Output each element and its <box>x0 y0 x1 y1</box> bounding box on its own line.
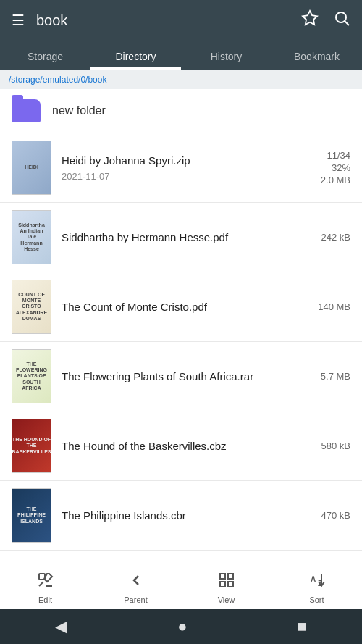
svg-rect-7 <box>220 582 225 587</box>
file-item-monte[interactable]: COUNT OF MONTE CRISTO ALEXANDRE DUMASThe… <box>0 272 362 342</box>
file-info-flowering: The Flowering Plants of South Africa.rar <box>62 369 321 384</box>
file-size-philippine: 470 kB <box>321 510 350 521</box>
file-thumb-flowering: THE FLOWERING PLANTS OF SOUTH AFRICA <box>12 349 51 403</box>
bookmark-star-icon[interactable] <box>301 9 319 31</box>
file-name-siddhartha: Siddhartha by Hermann Hesse.pdf <box>62 230 321 245</box>
file-name-monte: The Count of Monte Cristo.pdf <box>62 300 318 314</box>
file-size-siddhartha: 242 kB <box>321 232 350 243</box>
file-progress-heidi: 11/34 <box>327 150 350 161</box>
file-thumb-text-siddhartha: Siddhartha An Indian Tale Hermann Hesse <box>12 220 51 255</box>
tab-storage[interactable]: Storage <box>0 41 90 70</box>
file-thumb-monte: COUNT OF MONTE CRISTO ALEXANDRE DUMAS <box>12 280 51 334</box>
tab-history[interactable]: History <box>181 41 272 70</box>
file-name-flowering: The Flowering Plants of South Africa.rar <box>62 369 321 384</box>
folder-icon <box>12 99 41 122</box>
search-icon[interactable] <box>333 9 350 31</box>
app-title: book <box>36 12 301 29</box>
file-meta-monte: 140 MB <box>318 301 350 312</box>
file-item-siddhartha[interactable]: Siddhartha An Indian Tale Hermann HesseS… <box>0 203 362 272</box>
file-thumb-philippine: THE PHILIPPINE ISLANDS <box>12 488 51 543</box>
navbar: ◀ ● ■ <box>0 609 362 644</box>
file-percent-heidi: 32% <box>332 162 350 173</box>
file-thumb-hound: THE HOUND OF THE BASKERVILLES <box>12 419 51 473</box>
svg-point-1 <box>336 12 346 22</box>
file-info-siddhartha: Siddhartha by Hermann Hesse.pdf <box>62 230 321 245</box>
sort-label: Sort <box>309 595 324 604</box>
file-name-philippine: The Philippine Islands.cbr <box>62 509 321 523</box>
edit-label: Edit <box>38 595 52 604</box>
file-item-heidi[interactable]: HEIDIHeidi by Johanna Spyri.zip2021-11-0… <box>0 133 362 203</box>
sort-icon: A Z <box>308 572 326 593</box>
edit-icon <box>37 572 54 593</box>
parent-icon <box>127 572 145 593</box>
file-meta-heidi: 11/3432%2.0 MB <box>321 150 350 185</box>
new-folder-label: new folder <box>52 104 106 117</box>
file-meta-philippine: 470 kB <box>321 510 350 521</box>
file-item-flowering[interactable]: THE FLOWERING PLANTS OF SOUTH AFRICAThe … <box>0 342 362 411</box>
file-size-heidi: 2.0 MB <box>321 175 350 185</box>
file-info-hound: The Hound of the Baskervilles.cbz <box>62 439 321 453</box>
recents-nav-button[interactable]: ■ <box>298 617 307 636</box>
file-info-heidi: Heidi by Johanna Spyri.zip2021-11-07 <box>62 154 321 182</box>
view-icon <box>218 572 235 593</box>
svg-rect-6 <box>228 582 233 587</box>
new-folder-row[interactable]: new folder <box>0 89 362 133</box>
file-thumb-text-heidi: HEIDI <box>22 162 41 172</box>
file-info-monte: The Count of Monte Cristo.pdf <box>62 300 318 314</box>
svg-marker-0 <box>303 11 317 25</box>
file-size-monte: 140 MB <box>318 301 350 312</box>
file-info-philippine: The Philippine Islands.cbr <box>62 509 321 523</box>
parent-label: Parent <box>124 595 147 604</box>
svg-line-2 <box>345 22 350 26</box>
file-date-heidi: 2021-11-07 <box>62 171 321 182</box>
svg-text:A: A <box>311 575 316 583</box>
file-name-heidi: Heidi by Johanna Spyri.zip <box>62 154 321 168</box>
file-thumb-heidi: HEIDI <box>12 141 51 195</box>
bottombar: Edit Parent View A Z <box>0 566 362 609</box>
menu-icon[interactable]: ☰ <box>12 13 25 28</box>
breadcrumb[interactable]: /storage/emulated/0/book <box>0 70 362 89</box>
file-meta-flowering: 5.7 MB <box>321 371 350 382</box>
file-thumb-siddhartha: Siddhartha An Indian Tale Hermann Hesse <box>12 210 51 264</box>
file-meta-siddhartha: 242 kB <box>321 232 350 243</box>
sort-button[interactable]: A Z Sort <box>272 572 362 604</box>
file-thumb-text-monte: COUNT OF MONTE CRISTO ALEXANDRE DUMAS <box>12 290 51 325</box>
file-size-hound: 580 kB <box>321 440 350 451</box>
file-size-flowering: 5.7 MB <box>321 371 350 382</box>
file-name-hound: The Hound of the Baskervilles.cbz <box>62 439 321 453</box>
tabbar: Storage Directory History Bookmark <box>0 41 362 70</box>
file-thumb-text-philippine: THE PHILIPPINE ISLANDS <box>12 504 51 527</box>
topbar: ☰ book <box>0 0 362 41</box>
svg-rect-5 <box>228 574 233 579</box>
view-button[interactable]: View <box>181 572 272 604</box>
tab-directory[interactable]: Directory <box>90 41 181 70</box>
parent-button[interactable]: Parent <box>90 572 181 604</box>
file-meta-hound: 580 kB <box>321 440 350 451</box>
svg-rect-4 <box>220 574 225 579</box>
file-thumb-text-hound: THE HOUND OF THE BASKERVILLES <box>12 435 51 457</box>
back-nav-button[interactable]: ◀ <box>55 617 67 636</box>
file-list: HEIDIHeidi by Johanna Spyri.zip2021-11-0… <box>0 133 362 566</box>
view-label: View <box>218 595 235 604</box>
file-item-hound[interactable]: THE HOUND OF THE BASKERVILLESThe Hound o… <box>0 411 362 481</box>
home-nav-button[interactable]: ● <box>177 617 187 636</box>
file-thumb-text-flowering: THE FLOWERING PLANTS OF SOUTH AFRICA <box>12 359 51 394</box>
file-item-philippine[interactable]: THE PHILIPPINE ISLANDSThe Philippine Isl… <box>0 481 362 551</box>
edit-button[interactable]: Edit <box>0 572 90 604</box>
tab-bookmark[interactable]: Bookmark <box>272 41 362 70</box>
topbar-icons <box>301 9 350 31</box>
